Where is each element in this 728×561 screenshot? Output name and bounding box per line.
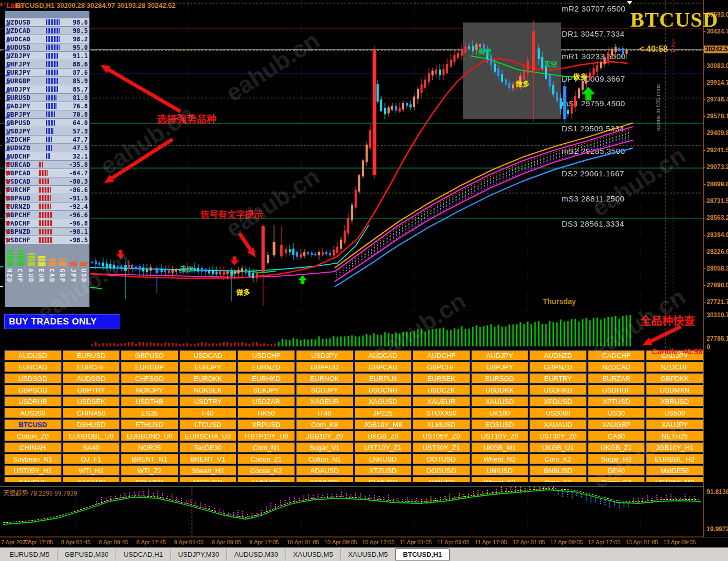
symbol-button-UST30Y_Z1[interactable]: UST30Y_Z1 [413,442,470,453]
symbol-button-TecDE30[interactable]: TecDE30 [179,442,237,453]
symbol-button-EURNOK[interactable]: EURNOK [296,373,354,384]
symbol-button-CADCHF[interactable]: CADCHF [588,350,645,361]
symbol-button-MidDE50[interactable]: MidDE50 [646,465,703,476]
symbol-button-IT40[interactable]: IT40 [296,408,354,418]
symbol-button-WTI_H2[interactable]: WTI_H2 [63,465,120,476]
symbol-button-EURSCHA_U0[interactable]: EURSCHA_U0 [179,431,237,441]
symbol-button-JGB10Y_M8[interactable]: JGB10Y_M8 [355,419,412,430]
symbol-button-UK100[interactable]: UK100 [471,408,529,418]
symbol-button-EURCAD[interactable]: EURCAD [4,362,62,372]
symbol-button-Wheat_N2[interactable]: Wheat_N2 [471,454,529,464]
symbol-button-UST05Y_Z0[interactable]: UST05Y_Z0 [413,431,470,441]
symbol-button-LUNUSD[interactable]: LUNUSD [237,477,295,482]
symbol-button-UST10Y_Z0[interactable]: UST10Y_Z0 [471,431,529,441]
symbol-button-AVXUSD[interactable]: AVXUSD [413,477,470,482]
time-axis[interactable]: 7 Apr 20237 Apr 17:058 Apr 01:458 Apr 09… [0,537,728,548]
symbol-button-UST10Y_Z1[interactable]: UST10Y_Z1 [355,442,412,453]
symbol-button-KSMUSD[interactable]: KSMUSD [296,477,354,482]
symbol-button-USDCHF[interactable]: USDCHF [237,350,295,361]
symbol-button-USDJPY[interactable]: USDJPY [296,350,354,361]
symbol-button-ES35[interactable]: ES35 [121,408,178,418]
symbol-button-BRENT_V1[interactable]: BRENT_V1 [179,454,237,464]
symbol-button-Sugar_V1[interactable]: Sugar_V1 [296,442,354,453]
symbol-button-Cotton_Z0[interactable]: Cotton_Z0 [4,431,62,441]
symbol-button-XAUJPY[interactable]: XAUJPY [646,419,703,430]
symbol-button-Corn_K3[interactable]: Corn_K3 [529,477,587,482]
symbol-button-AUS200[interactable]: AUS200 [4,408,62,418]
symbol-button-USDSEK[interactable]: USDSEK [63,396,120,407]
symbol-button-USDHKD[interactable]: USDHKD [529,385,587,395]
symbol-button-NZDCHF[interactable]: NZDCHF [646,362,703,372]
symbol-button-BTCUSD[interactable]: BTCUSD [4,419,62,430]
symbol-button-SGDJPY[interactable]: SGDJPY [296,385,354,395]
symbol-button-XAGEUR[interactable]: XAGEUR [296,396,354,407]
symbol-button-EURDKK[interactable]: EURDKK [179,373,237,384]
symbol-button-GBPDKK[interactable]: GBPDKK [646,373,703,384]
symbol-button-USDCZK[interactable]: USDCZK [413,385,470,395]
symbol-button-XPDUSD[interactable]: XPDUSD [529,396,587,407]
symbol-button-DE40[interactable]: DE40 [588,465,645,476]
symbol-button-UNIUSD[interactable]: UNIUSD [471,465,529,476]
symbol-button-JGB10Y_Z0[interactable]: JGB10Y_Z0 [296,431,354,441]
symbol-button-EOSUSD[interactable]: EOSUSD [471,419,529,430]
symbol-button-ITBTP10Y_U0[interactable]: ITBTP10Y_U0 [237,431,295,441]
symbol-button-XAUUSD[interactable]: XAUUSD [471,396,529,407]
symbol-button-EURCHF[interactable]: EURCHF [63,362,120,372]
symbol-button-AUDJPY[interactable]: AUDJPY [471,350,529,361]
symbol-button-XLMUSD[interactable]: XLMUSD [413,419,470,430]
symbol-button-DOGUSD[interactable]: DOGUSD [413,465,470,476]
symbol-button-XAGUSD[interactable]: XAGUSD [355,396,412,407]
symbol-button-AUDCAD[interactable]: AUDCAD [355,350,412,361]
symbol-button-JP225[interactable]: JP225 [355,408,412,418]
main-chart-svg[interactable] [0,0,703,309]
symbol-button-BRENT_N1[interactable]: BRENT_N1 [121,454,178,464]
symbol-button-DSHUSD[interactable]: DSHUSD [63,419,120,430]
symbol-button-USDSGD[interactable]: USDSGD [4,373,62,384]
symbol-button-EURBBL_H2[interactable]: EURBBL_H2 [646,454,703,464]
symbol-button-MTCUSD[interactable]: MTCUSD [179,477,237,482]
symbol-button-GBPUSD[interactable]: GBPUSD [121,350,178,361]
symbol-button-EURSGD[interactable]: EURSGD [471,373,529,384]
symbol-button-Sbean_H2[interactable]: Sbean_H2 [179,465,237,476]
symbol-button-SA40[interactable]: SA40 [63,442,120,453]
symbol-button-XAGAUD[interactable]: XAGAUD [63,477,120,482]
symbol-button-Cocoa_K2[interactable]: Cocoa_K2 [237,465,295,476]
symbol-button-EURJPY[interactable]: EURJPY [179,362,237,372]
symbol-button-NOKJPY[interactable]: NOKJPY [121,385,178,395]
symbol-button-EURUSD[interactable]: EURUSD [63,350,120,361]
symbol-button-SOLUSD[interactable]: SOLUSD [121,477,178,482]
symbol-button-UST05Y_H2[interactable]: UST05Y_H2 [4,465,62,476]
symbol-button-ADAUSD[interactable]: ADAUSD [296,465,354,476]
chart-tab-USDJPY-M30[interactable]: USDJPY,M30 [170,549,227,560]
symbol-button-GBPNZD[interactable]: GBPNZD [529,362,587,372]
symbol-button-NOKSEK[interactable]: NOKSEK [179,385,237,395]
symbol-button-EURHKD[interactable]: EURHKD [237,373,295,384]
symbol-button-Corn_K8[interactable]: Corn_K8 [296,419,354,430]
symbol-button-LTCUSD[interactable]: LTCUSD [179,419,237,430]
symbol-button-USDTHB[interactable]: USDTHB [121,396,178,407]
symbol-button-ETHUSD[interactable]: ETHUSD [121,419,178,430]
symbol-button-UKGB_Z0[interactable]: UKGB_Z0 [355,431,412,441]
symbol-button-HK50[interactable]: HK50 [237,408,295,418]
symbol-button-USDZAR[interactable]: USDZAR [237,396,295,407]
symbol-button-GBPAUD[interactable]: GBPAUD [296,362,354,372]
chart-tab-XAUUSD-M5[interactable]: XAUUSD,M5 [340,549,395,560]
symbol-button-STOXX50[interactable]: STOXX50 [413,408,470,418]
symbol-button-SEKJPY[interactable]: SEKJPY [237,385,295,395]
symbol-button-NZDCAD[interactable]: NZDCAD [588,362,645,372]
symbol-button-EURNZD[interactable]: EURNZD [237,362,295,372]
symbol-button-Sugar_H2[interactable]: Sugar_H2 [588,454,645,464]
symbol-button-GBPJPY[interactable]: GBPJPY [471,362,529,372]
symbol-button-XAUGBP[interactable]: XAUGBP [588,419,645,430]
symbol-button-EURPLN[interactable]: EURPLN [355,373,412,384]
symbol-button-EURTRY[interactable]: EURTRY [529,373,587,384]
symbol-button-AUDNZD[interactable]: AUDNZD [529,350,587,361]
symbol-button-UKGB_M1[interactable]: UKGB_M1 [471,442,529,453]
symbol-button-Soybean_N1[interactable]: Soybean_N1 [4,454,62,464]
symbol-button-EURGBP[interactable]: EURGBP [121,362,178,372]
symbol-button-CA60[interactable]: CA60 [588,431,645,441]
symbol-button-Corn_N1[interactable]: Corn_N1 [237,442,295,453]
symbol-button-CHINAH[interactable]: CHINAH [4,442,62,453]
symbol-button-US2000[interactable]: US2000 [529,408,587,418]
symbol-button-AUDSGD[interactable]: AUDSGD [63,373,120,384]
